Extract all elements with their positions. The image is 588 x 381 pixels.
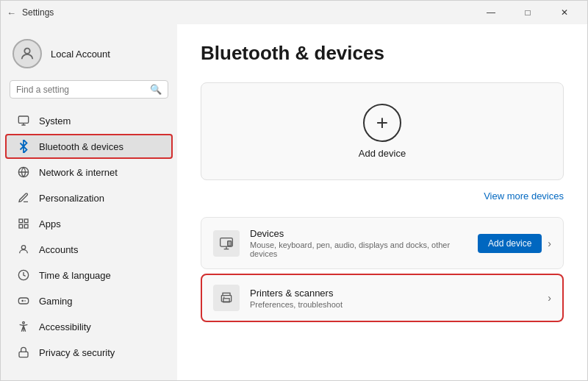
page-title: Bluetooth & devices (201, 42, 564, 65)
add-device-card[interactable]: + Add device (201, 82, 564, 180)
avatar (12, 39, 42, 68)
title-bar-controls: — □ ✕ (474, 1, 581, 24)
devices-icon (213, 230, 240, 257)
sidebar-item-system-label: System (39, 115, 71, 127)
search-box[interactable]: 🔍 (10, 80, 168, 99)
title-bar-left: ← Settings (7, 7, 54, 18)
network-icon (17, 165, 30, 179)
sidebar-item-system[interactable]: System (5, 108, 173, 133)
devices-row-title: Devices (250, 228, 467, 239)
search-icon: 🔍 (150, 84, 162, 95)
devices-row-subtitle: Mouse, keyboard, pen, audio, displays an… (250, 241, 467, 258)
sidebar-item-accounts-label: Accounts (39, 244, 78, 255)
svg-rect-3 (19, 219, 23, 223)
svg-point-0 (24, 49, 29, 54)
gaming-icon (17, 294, 30, 307)
close-button[interactable]: ✕ (548, 1, 581, 24)
sidebar-item-apps-label: Apps (39, 218, 61, 229)
sidebar-item-gaming-label: Gaming (39, 296, 73, 307)
svg-point-7 (21, 246, 25, 249)
sidebar-item-accounts[interactable]: Accounts (5, 237, 173, 262)
sidebar-item-time[interactable]: Time & language (5, 263, 173, 288)
sidebar: Local Account 🔍 System (1, 24, 177, 380)
accounts-icon (17, 243, 30, 256)
sidebar-item-bluetooth-label: Bluetooth & devices (39, 141, 123, 152)
personalization-icon (17, 191, 30, 204)
apps-icon (17, 217, 30, 230)
window-title: Settings (22, 7, 54, 18)
printers-icon (213, 285, 240, 311)
main-content: Local Account 🔍 System (1, 24, 587, 380)
sidebar-item-apps[interactable]: Apps (5, 211, 173, 236)
sidebar-item-network[interactable]: Network & internet (5, 160, 173, 185)
sidebar-item-privacy-label: Privacy & security (39, 347, 115, 358)
svg-point-10 (23, 321, 25, 324)
view-more-link[interactable]: View more devices (484, 190, 564, 202)
sidebar-item-network-label: Network & internet (39, 167, 118, 178)
devices-add-button[interactable]: Add device (478, 234, 542, 253)
printers-chevron-icon: › (548, 292, 551, 304)
title-bar: ← Settings — □ ✕ (1, 1, 587, 24)
devices-row[interactable]: Devices Mouse, keyboard, pen, audio, dis… (201, 217, 564, 269)
time-icon (17, 268, 30, 282)
maximize-button[interactable]: □ (511, 1, 545, 24)
user-section: Local Account (1, 30, 177, 80)
add-device-icon: + (363, 104, 401, 142)
printers-row-title: Printers & scanners (250, 288, 537, 299)
devices-chevron-icon: › (548, 238, 551, 249)
settings-window: ← Settings — □ ✕ Local Account (0, 0, 588, 381)
main-panel: Bluetooth & devices + Add device View mo… (177, 24, 587, 380)
printers-row[interactable]: Printers & scanners Preferences, trouble… (201, 274, 564, 322)
sidebar-item-personalization[interactable]: Personalization (5, 185, 173, 210)
svg-rect-6 (24, 224, 28, 228)
accessibility-icon (17, 320, 30, 333)
minimize-button[interactable]: — (474, 1, 508, 24)
printers-row-subtitle: Preferences, troubleshoot (250, 300, 537, 309)
svg-rect-5 (19, 224, 23, 228)
devices-row-text: Devices Mouse, keyboard, pen, audio, dis… (250, 228, 467, 258)
add-device-card-label: Add device (359, 148, 406, 159)
printers-row-text: Printers & scanners Preferences, trouble… (250, 288, 537, 309)
printers-row-actions: › (548, 292, 551, 304)
svg-rect-4 (24, 219, 28, 223)
system-icon (17, 114, 30, 127)
devices-row-actions: Add device › (478, 234, 551, 253)
sidebar-item-bluetooth[interactable]: Bluetooth & devices (5, 134, 173, 159)
sidebar-item-accessibility-label: Accessibility (39, 321, 91, 332)
view-more-section: View more devices (201, 189, 564, 202)
svg-rect-13 (228, 241, 232, 246)
sidebar-item-accessibility[interactable]: Accessibility (5, 314, 173, 339)
user-name: Local Account (51, 49, 110, 60)
privacy-icon (17, 346, 30, 359)
search-input[interactable] (16, 85, 146, 95)
svg-rect-11 (19, 352, 28, 357)
sidebar-item-gaming[interactable]: Gaming (5, 288, 173, 313)
sidebar-item-personalization-label: Personalization (39, 193, 104, 204)
svg-rect-1 (18, 116, 28, 123)
sidebar-item-time-label: Time & language (39, 270, 111, 281)
bluetooth-icon (17, 140, 30, 153)
sidebar-item-privacy[interactable]: Privacy & security (5, 340, 173, 365)
nav-list: System Bluetooth & devices Network & int… (1, 107, 177, 366)
